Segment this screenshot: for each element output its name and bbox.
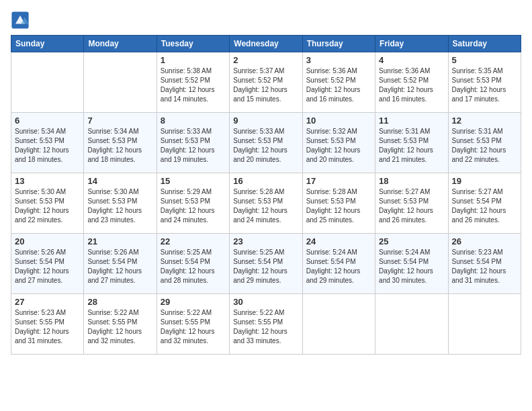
day-info: Sunrise: 5:25 AM Sunset: 5:54 PM Dayligh… — [161, 248, 226, 285]
day-info: Sunrise: 5:31 AM Sunset: 5:53 PM Dayligh… — [379, 127, 444, 165]
calendar-cell: 4Sunrise: 5:36 AM Sunset: 5:52 PM Daylig… — [375, 52, 448, 113]
day-info: Sunrise: 5:35 AM Sunset: 5:53 PM Dayligh… — [452, 66, 517, 104]
day-info: Sunrise: 5:24 AM Sunset: 5:54 PM Dayligh… — [379, 248, 444, 285]
day-info: Sunrise: 5:23 AM Sunset: 5:55 PM Dayligh… — [15, 308, 80, 346]
day-number: 30 — [233, 297, 298, 307]
day-info: Sunrise: 5:28 AM Sunset: 5:53 PM Dayligh… — [306, 187, 371, 225]
day-info: Sunrise: 5:24 AM Sunset: 5:54 PM Dayligh… — [306, 248, 371, 285]
calendar-cell: 22Sunrise: 5:25 AM Sunset: 5:54 PM Dayli… — [157, 234, 229, 294]
week-row-2: 6Sunrise: 5:34 AM Sunset: 5:53 PM Daylig… — [11, 113, 521, 173]
col-header-wednesday: Wednesday — [230, 36, 302, 52]
calendar-cell: 18Sunrise: 5:27 AM Sunset: 5:53 PM Dayli… — [375, 173, 448, 234]
day-info: Sunrise: 5:31 AM Sunset: 5:53 PM Dayligh… — [452, 127, 517, 165]
day-number: 2 — [233, 55, 298, 65]
day-info: Sunrise: 5:36 AM Sunset: 5:52 PM Dayligh… — [306, 66, 371, 104]
day-number: 25 — [379, 236, 444, 246]
day-info: Sunrise: 5:34 AM Sunset: 5:53 PM Dayligh… — [15, 127, 80, 165]
page-header — [11, 11, 521, 30]
calendar-cell: 15Sunrise: 5:29 AM Sunset: 5:53 PM Dayli… — [157, 173, 229, 234]
day-number: 22 — [161, 236, 226, 246]
calendar-cell — [84, 52, 157, 113]
calendar-cell: 9Sunrise: 5:33 AM Sunset: 5:53 PM Daylig… — [230, 113, 302, 173]
calendar-cell: 10Sunrise: 5:32 AM Sunset: 5:53 PM Dayli… — [302, 113, 375, 173]
col-header-saturday: Saturday — [448, 36, 521, 52]
calendar-header-row: SundayMondayTuesdayWednesdayThursdayFrid… — [11, 36, 521, 52]
day-number: 24 — [306, 236, 371, 246]
day-info: Sunrise: 5:29 AM Sunset: 5:53 PM Dayligh… — [161, 187, 226, 225]
col-header-thursday: Thursday — [302, 36, 375, 52]
day-info: Sunrise: 5:30 AM Sunset: 5:53 PM Dayligh… — [15, 187, 80, 225]
calendar-cell: 30Sunrise: 5:22 AM Sunset: 5:55 PM Dayli… — [230, 294, 302, 355]
col-header-monday: Monday — [84, 36, 157, 52]
day-number: 18 — [379, 176, 444, 186]
day-number: 19 — [452, 176, 517, 186]
calendar-cell: 29Sunrise: 5:22 AM Sunset: 5:55 PM Dayli… — [157, 294, 229, 355]
day-number: 1 — [161, 55, 226, 65]
calendar-cell: 3Sunrise: 5:36 AM Sunset: 5:52 PM Daylig… — [302, 52, 375, 113]
day-number: 20 — [15, 236, 80, 246]
day-info: Sunrise: 5:26 AM Sunset: 5:54 PM Dayligh… — [87, 248, 152, 285]
calendar-cell: 24Sunrise: 5:24 AM Sunset: 5:54 PM Dayli… — [302, 234, 375, 294]
calendar-cell: 1Sunrise: 5:38 AM Sunset: 5:52 PM Daylig… — [157, 52, 229, 113]
day-info: Sunrise: 5:22 AM Sunset: 5:55 PM Dayligh… — [87, 308, 152, 346]
day-number: 10 — [306, 116, 371, 126]
calendar-cell: 6Sunrise: 5:34 AM Sunset: 5:53 PM Daylig… — [11, 113, 84, 173]
calendar-cell — [375, 294, 448, 355]
day-number: 12 — [452, 116, 517, 126]
day-info: Sunrise: 5:37 AM Sunset: 5:52 PM Dayligh… — [233, 66, 298, 104]
day-number: 9 — [233, 116, 298, 126]
day-info: Sunrise: 5:27 AM Sunset: 5:53 PM Dayligh… — [379, 187, 444, 225]
calendar-cell: 26Sunrise: 5:23 AM Sunset: 5:54 PM Dayli… — [448, 234, 521, 294]
calendar-cell — [448, 294, 521, 355]
day-number: 29 — [161, 297, 226, 307]
day-number: 14 — [87, 176, 152, 186]
day-number: 17 — [306, 176, 371, 186]
day-info: Sunrise: 5:30 AM Sunset: 5:53 PM Dayligh… — [87, 187, 152, 225]
week-row-4: 20Sunrise: 5:26 AM Sunset: 5:54 PM Dayli… — [11, 234, 521, 294]
day-number: 23 — [233, 236, 298, 246]
day-info: Sunrise: 5:23 AM Sunset: 5:54 PM Dayligh… — [452, 248, 517, 285]
calendar-cell: 8Sunrise: 5:33 AM Sunset: 5:53 PM Daylig… — [157, 113, 229, 173]
day-info: Sunrise: 5:34 AM Sunset: 5:53 PM Dayligh… — [87, 127, 152, 165]
col-header-sunday: Sunday — [11, 36, 84, 52]
calendar-cell: 11Sunrise: 5:31 AM Sunset: 5:53 PM Dayli… — [375, 113, 448, 173]
day-number: 7 — [87, 116, 152, 126]
calendar-cell: 12Sunrise: 5:31 AM Sunset: 5:53 PM Dayli… — [448, 113, 521, 173]
day-info: Sunrise: 5:27 AM Sunset: 5:54 PM Dayligh… — [452, 187, 517, 225]
day-number: 15 — [161, 176, 226, 186]
day-info: Sunrise: 5:28 AM Sunset: 5:53 PM Dayligh… — [233, 187, 298, 225]
day-info: Sunrise: 5:22 AM Sunset: 5:55 PM Dayligh… — [161, 308, 226, 346]
week-row-5: 27Sunrise: 5:23 AM Sunset: 5:55 PM Dayli… — [11, 294, 521, 355]
day-info: Sunrise: 5:22 AM Sunset: 5:55 PM Dayligh… — [233, 308, 298, 346]
calendar-table: SundayMondayTuesdayWednesdayThursdayFrid… — [11, 35, 521, 355]
calendar-cell: 23Sunrise: 5:25 AM Sunset: 5:54 PM Dayli… — [230, 234, 302, 294]
calendar-cell: 17Sunrise: 5:28 AM Sunset: 5:53 PM Dayli… — [302, 173, 375, 234]
day-number: 4 — [379, 55, 444, 65]
day-number: 21 — [87, 236, 152, 246]
day-number: 26 — [452, 236, 517, 246]
day-info: Sunrise: 5:33 AM Sunset: 5:53 PM Dayligh… — [233, 127, 298, 165]
logo — [11, 11, 32, 30]
day-number: 16 — [233, 176, 298, 186]
day-info: Sunrise: 5:32 AM Sunset: 5:53 PM Dayligh… — [306, 127, 371, 165]
col-header-tuesday: Tuesday — [157, 36, 229, 52]
day-number: 13 — [15, 176, 80, 186]
day-info: Sunrise: 5:26 AM Sunset: 5:54 PM Dayligh… — [15, 248, 80, 285]
calendar-cell: 2Sunrise: 5:37 AM Sunset: 5:52 PM Daylig… — [230, 52, 302, 113]
week-row-1: 1Sunrise: 5:38 AM Sunset: 5:52 PM Daylig… — [11, 52, 521, 113]
calendar-cell: 25Sunrise: 5:24 AM Sunset: 5:54 PM Dayli… — [375, 234, 448, 294]
calendar-cell — [302, 294, 375, 355]
day-number: 3 — [306, 55, 371, 65]
calendar-cell: 14Sunrise: 5:30 AM Sunset: 5:53 PM Dayli… — [84, 173, 157, 234]
calendar-cell — [11, 52, 84, 113]
day-number: 5 — [452, 55, 517, 65]
logo-icon — [11, 11, 30, 30]
day-number: 11 — [379, 116, 444, 126]
week-row-3: 13Sunrise: 5:30 AM Sunset: 5:53 PM Dayli… — [11, 173, 521, 234]
day-info: Sunrise: 5:25 AM Sunset: 5:54 PM Dayligh… — [233, 248, 298, 285]
day-number: 6 — [15, 116, 80, 126]
day-info: Sunrise: 5:38 AM Sunset: 5:52 PM Dayligh… — [161, 66, 226, 104]
calendar-cell: 19Sunrise: 5:27 AM Sunset: 5:54 PM Dayli… — [448, 173, 521, 234]
calendar-cell: 13Sunrise: 5:30 AM Sunset: 5:53 PM Dayli… — [11, 173, 84, 234]
col-header-friday: Friday — [375, 36, 448, 52]
